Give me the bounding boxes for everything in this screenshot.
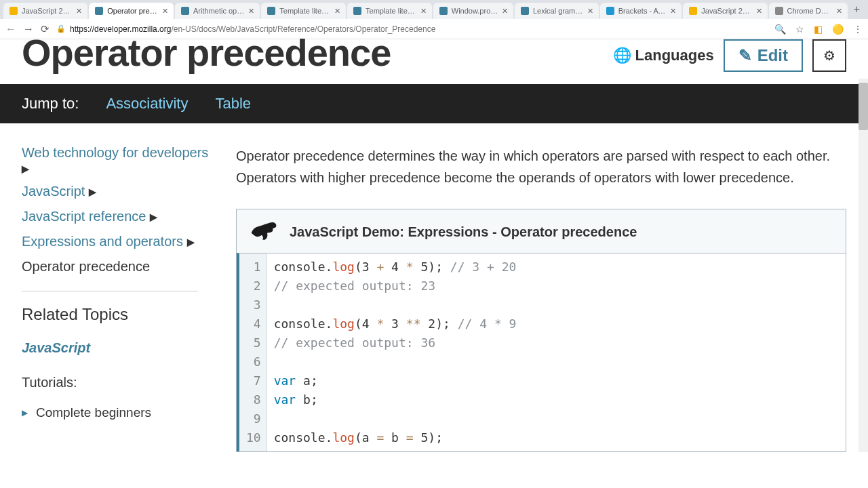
triangle-right-icon: ▶ [22, 408, 28, 418]
breadcrumb[interactable]: Expressions and operators ▶ [22, 234, 212, 249]
edit-button[interactable]: ✎ Edit [724, 39, 803, 72]
tab-close-icon[interactable]: ✕ [76, 7, 82, 16]
code-line [274, 352, 517, 371]
tab-title: Chrome DevTools [787, 7, 833, 15]
chevron-right-icon: ▶ [150, 211, 157, 222]
menu-icon[interactable]: ⋮ [853, 24, 863, 35]
browser-tab[interactable]: JavaScript 2019 - G✕ [3, 3, 87, 19]
browser-tab[interactable]: Template literals (Te✕ [347, 3, 432, 19]
demo-title: JavaScript Demo: Expressions - Operator … [290, 224, 637, 240]
favicon [774, 6, 784, 16]
page-content: Operator precedence 🌐 Languages ✎ Edit ⚙… [0, 39, 868, 452]
browser-tab-strip: JavaScript 2019 - G✕Operator precedenc✕A… [0, 0, 868, 19]
tab-close-icon[interactable]: ✕ [162, 7, 168, 16]
browser-tab[interactable]: Chrome DevTools✕ [769, 3, 848, 19]
line-gutter: 12345678910 [239, 253, 267, 451]
tab-title: Window.prompt() - [452, 7, 498, 15]
browser-tab[interactable]: JavaScript 2019 - G✕ [683, 3, 767, 19]
jump-link-table[interactable]: Table [215, 95, 251, 113]
tab-title: Template literals (Te [279, 7, 331, 15]
toolbar-icons: 🔍 ☆ ◧ 🟡 ⋮ [774, 24, 863, 35]
page-title: Operator precedence [22, 34, 391, 72]
languages-button[interactable]: 🌐 Languages [613, 47, 714, 64]
code-lines: console.log(3 + 4 * 5); // 3 + 20// expe… [267, 253, 524, 451]
intro-paragraph: Operator precedence determines the way i… [236, 145, 846, 188]
code-line: // expected output: 23 [274, 277, 517, 296]
tutorial-item[interactable]: ▶ Complete beginners [22, 405, 212, 420]
pencil-icon: ✎ [738, 46, 752, 65]
dino-icon [250, 220, 277, 243]
tab-title: Brackets - A moder [618, 7, 667, 15]
code-line: var a; [274, 371, 517, 390]
extension-icon[interactable]: ◧ [814, 24, 823, 35]
favicon [520, 6, 530, 16]
browser-tab[interactable]: Lexical grammar - J✕ [515, 3, 599, 19]
code-line: // expected output: 36 [274, 333, 517, 352]
code-line [274, 409, 517, 428]
favicon [439, 6, 448, 16]
tab-close-icon[interactable]: ✕ [334, 7, 340, 16]
tab-title: Template literals (Te [366, 7, 417, 15]
favicon [180, 6, 190, 16]
tab-close-icon[interactable]: ✕ [420, 7, 427, 16]
tab-close-icon[interactable]: ✕ [248, 7, 254, 16]
tab-title: JavaScript 2019 - G [22, 7, 73, 15]
tab-close-icon[interactable]: ✕ [502, 7, 508, 16]
demo-box: JavaScript Demo: Expressions - Operator … [236, 209, 846, 452]
code-line [274, 296, 517, 314]
chevron-right-icon: ▶ [187, 237, 195, 247]
favicon [94, 6, 104, 16]
favicon [688, 6, 698, 16]
favicon [353, 6, 362, 16]
breadcrumb[interactable]: Web technology for developers [22, 145, 212, 161]
breadcrumb: ▶ [22, 163, 212, 174]
tab-title: Lexical grammar - J [533, 7, 584, 15]
main-content: Operator precedence determines the way i… [236, 145, 846, 452]
bookmark-icon[interactable]: ☆ [795, 24, 804, 35]
back-button[interactable]: ← [5, 23, 16, 35]
divider [22, 291, 198, 291]
sidebar: Web technology for developers ▶ JavaScri… [22, 145, 212, 452]
code-line: console.log(a = b = 5); [274, 428, 517, 447]
code-line: console.log(3 + 4 * 5); // 3 + 20 [274, 258, 517, 277]
tab-title: Operator precedenc [107, 7, 159, 15]
chevron-right-icon: ▶ [89, 186, 96, 197]
breadcrumb[interactable]: JavaScript ▶ [22, 184, 212, 199]
settings-button[interactable]: ⚙ [812, 39, 846, 72]
browser-tab[interactable]: Brackets - A moder✕ [600, 3, 682, 19]
chevron-right-icon: ▶ [22, 163, 29, 174]
tab-close-icon[interactable]: ✕ [670, 7, 676, 16]
scroll-thumb[interactable] [859, 83, 868, 130]
code-line: console.log(4 * 3 ** 2); // 4 * 9 [274, 314, 517, 333]
favicon [606, 6, 615, 16]
related-javascript-link[interactable]: JavaScript [22, 340, 212, 356]
tab-close-icon[interactable]: ✕ [836, 7, 842, 16]
browser-tab[interactable]: Template literals (Te✕ [261, 3, 346, 19]
favicon [9, 6, 18, 16]
favicon [267, 6, 276, 16]
breadcrumb-current: Operator precedence [22, 259, 212, 274]
related-topics-heading: Related Topics [22, 305, 212, 324]
code-line: var b; [274, 390, 517, 409]
gear-icon: ⚙ [823, 48, 835, 63]
tutorials-heading: Tutorials: [22, 375, 212, 390]
browser-tab[interactable]: Window.prompt() -✕ [433, 3, 513, 19]
code-editor[interactable]: 12345678910 console.log(3 + 4 * 5); // 3… [237, 253, 846, 451]
new-tab-button[interactable]: + [848, 3, 865, 16]
browser-tab[interactable]: Arithmetic operators✕ [175, 3, 260, 19]
scrollbar[interactable] [859, 79, 868, 452]
browser-tab[interactable]: Operator precedenc✕ [89, 3, 174, 19]
tab-close-icon[interactable]: ✕ [756, 7, 762, 16]
globe-icon: 🌐 [613, 47, 631, 64]
jump-label: Jump to: [22, 95, 79, 113]
jump-link-associativity[interactable]: Associativity [106, 95, 188, 113]
zoom-icon[interactable]: 🔍 [774, 24, 786, 35]
profile-icon[interactable]: 🟡 [832, 24, 844, 35]
tab-close-icon[interactable]: ✕ [587, 7, 593, 16]
tab-title: Arithmetic operators [193, 7, 245, 15]
jump-to-bar: Jump to: Associativity Table [0, 84, 868, 123]
breadcrumb[interactable]: JavaScript reference ▶ [22, 209, 212, 224]
tab-title: JavaScript 2019 - G [701, 7, 752, 15]
